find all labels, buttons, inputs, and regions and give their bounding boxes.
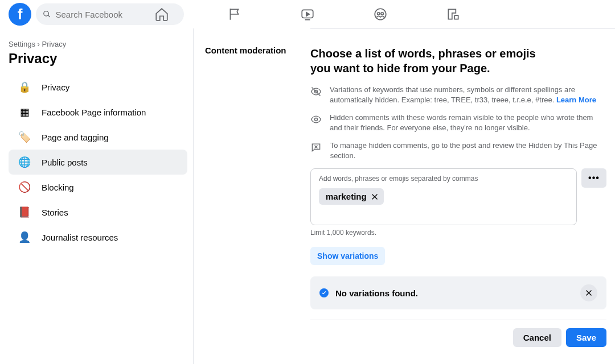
overflow-menu-button[interactable]: ••• (581, 168, 606, 188)
info-row: Hidden comments with these words remain … (310, 113, 606, 133)
learn-more-link[interactable]: Learn More (556, 96, 596, 104)
svg-point-1 (375, 9, 386, 20)
keywords-input-box[interactable]: Add words, phrases or emojis separated b… (310, 168, 577, 225)
eye-off-icon (310, 85, 322, 105)
sidebar-item-label: Blocking (42, 183, 74, 192)
sidebar-item-label: Stories (42, 208, 68, 217)
lock-icon: 🔒 (14, 77, 35, 97)
keyword-chip: marketing (319, 188, 384, 205)
sidebar-item-label: Journalist resources (42, 233, 118, 242)
info-row: To manage hidden comments, go to the pos… (310, 140, 606, 160)
page-title: Privacy (9, 51, 187, 67)
home-icon[interactable] (154, 6, 170, 22)
section-label: Content moderation (205, 46, 310, 55)
remove-chip-button[interactable] (370, 192, 379, 201)
sidebar-item-label: Public posts (42, 158, 88, 167)
grid-icon: ▦ (14, 102, 35, 122)
app-header: f (0, 0, 615, 28)
eye-icon (310, 113, 322, 133)
watch-icon[interactable] (300, 6, 315, 22)
limit-text: Limit 1,000 keywords. (310, 229, 606, 237)
sidebar-item-label: Privacy (42, 82, 69, 92)
svg-point-3 (381, 13, 383, 15)
facebook-logo[interactable]: f (9, 3, 31, 26)
comment-x-icon (310, 140, 322, 160)
svg-point-2 (378, 13, 380, 15)
show-variations-button[interactable]: Show variations (310, 247, 385, 265)
groups-icon[interactable] (372, 6, 388, 22)
section-heading: Choose a list of words, phrases or emoji… (310, 46, 544, 76)
info-banner: No variations found. (310, 276, 606, 309)
tag-icon: 🏷️ (14, 127, 35, 147)
sidebar-item-journalist[interactable]: 👤 Journalist resources (9, 225, 187, 250)
pages-icon[interactable] (227, 6, 243, 22)
settings-sidebar: Settings › Privacy Privacy 🔒 Privacy ▦ F… (0, 28, 194, 364)
breadcrumb-leaf[interactable]: Privacy (42, 40, 67, 48)
save-button[interactable]: Save (566, 328, 606, 347)
cancel-button[interactable]: Cancel (513, 328, 561, 347)
search-icon (43, 10, 51, 19)
sidebar-item-label: Page and tagging (42, 133, 109, 142)
info-row: Variations of keywords that use numbers,… (310, 85, 606, 105)
dismiss-banner-button[interactable] (580, 284, 597, 301)
sidebar-item-public-posts[interactable]: 🌐 Public posts (9, 150, 187, 175)
person-icon: 👤 (14, 227, 35, 247)
sidebar-item-label: Facebook Page information (42, 107, 146, 117)
sidebar-item-tagging[interactable]: 🏷️ Page and tagging (9, 125, 187, 150)
sidebar-item-blocking[interactable]: 🚫 Blocking (9, 175, 187, 200)
globe-icon: 🌐 (14, 152, 35, 172)
block-icon: 🚫 (14, 177, 35, 197)
breadcrumb-root[interactable]: Settings (9, 40, 35, 48)
form-footer: Cancel Save (310, 320, 606, 347)
sidebar-item-page-info[interactable]: ▦ Facebook Page information (9, 100, 187, 125)
sidebar-item-privacy[interactable]: 🔒 Privacy (9, 75, 187, 100)
check-icon (319, 288, 329, 297)
banner-text: No variations found. (335, 288, 573, 298)
book-icon: 📕 (14, 202, 35, 222)
gaming-icon[interactable] (445, 6, 461, 22)
keywords-label: Add words, phrases or emojis separated b… (319, 175, 568, 183)
sidebar-item-stories[interactable]: 📕 Stories (9, 200, 187, 225)
breadcrumb: Settings › Privacy (9, 40, 187, 48)
